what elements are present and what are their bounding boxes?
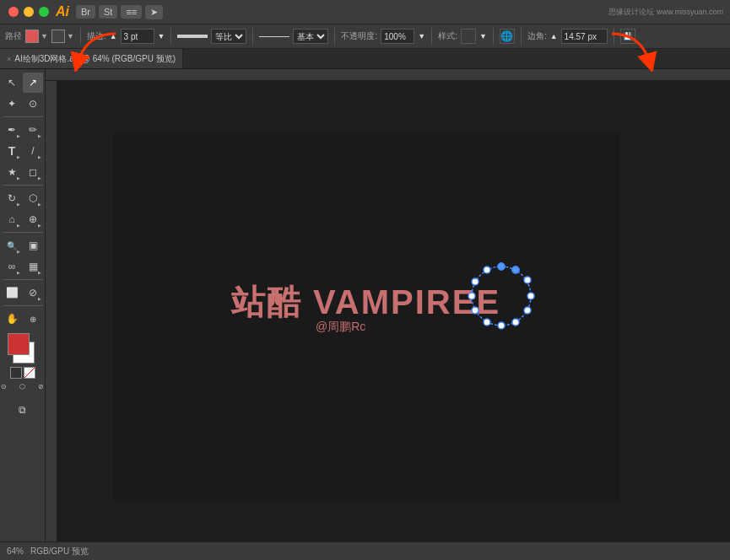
stroke-color-swatch[interactable] [25,30,39,43]
style-label: 样式: [438,30,457,42]
eyedropper-arrow: ▶ [17,249,20,254]
eyedropper-tool[interactable]: 🔍 ▶ [2,235,22,256]
svg-point-12 [484,267,490,273]
minimize-button[interactable] [24,7,34,17]
gradient-tool[interactable]: ▣ [23,235,43,256]
send-tab[interactable]: ➤ [145,5,163,19]
blend-icon: ∞ [8,261,16,272]
lasso-tool[interactable]: ⊙ [23,94,43,114]
zoom-icon: ⊕ [30,315,36,324]
separator-7 [521,28,522,45]
shape-builder-tool[interactable]: ⊕ ▶ [23,209,43,229]
mode-status: RGB/GPU 预览 [30,546,89,557]
warp-arrow: ▶ [17,223,20,228]
symbol-icon: ⧉ [19,404,26,416]
direct-selection-tool[interactable]: ↗ [23,73,43,93]
hand-row: ✋ ⊕ [2,309,43,329]
hand-icon: ✋ [6,313,19,325]
bar-graph-tool[interactable]: ▦ ▶ [23,256,43,277]
selection-tool-row: ↖ ↗ [2,73,43,93]
gradient-mode-btn[interactable]: ⬡ [14,380,31,392]
close-button[interactable] [8,7,19,17]
eraser-arrow: ▶ [38,175,41,180]
angle-label: 边角: [527,30,547,42]
canvas-area[interactable]: 站酷 VAMPIREE @周鹏Rc [46,81,730,560]
svg-point-8 [484,319,490,326]
line-tool[interactable]: / ▶ [23,141,43,161]
blend-tool[interactable]: ∞ ▶ [2,256,22,277]
magic-wand-tool[interactable]: ✦ [2,94,22,114]
slice-tool[interactable]: ⊘ ▶ [23,283,43,303]
angle-up-arrow[interactable]: ▲ [550,32,558,40]
globe-icon[interactable]: 🌐 [500,29,515,44]
line-style-select[interactable]: 等比 [211,29,246,44]
sub-text: @周鹏Rc [316,320,365,335]
scale-tool[interactable]: ⬡ ▶ [23,188,43,208]
st-tab[interactable]: St [99,5,117,19]
watermark-text: 思缘设计论坛 www.missyuan.com [608,8,723,16]
circle-svg [463,258,539,334]
stroke-color-mini[interactable] [10,367,22,379]
br-tab[interactable]: Br [76,5,95,19]
style-dropdown[interactable]: ▼ [479,32,487,40]
separator-4 [334,28,335,45]
zoom-tool[interactable]: ⊕ [23,309,43,329]
grid-tab[interactable]: ≡≡ [121,5,142,19]
hand-tool[interactable]: ✋ [2,309,22,329]
warp-tool[interactable]: ⌂ ▶ [2,209,22,229]
tool-divider-5 [3,305,43,306]
type-row: T ▶ / ▶ [2,141,43,161]
color-swatches: ⊙ ⬡ ⊘ [0,333,50,392]
rotate-tool[interactable]: ↻ ▶ [2,188,22,208]
baseline-select[interactable]: 基本 [293,29,328,44]
type-tool[interactable]: T ▶ [2,141,22,161]
stroke-down-arrow[interactable]: ▼ [158,32,165,40]
circle-dots-graphic[interactable] [463,258,539,334]
type-arrow: ▶ [17,154,20,159]
color-mode-btn[interactable]: ⊙ [0,380,13,392]
svg-point-7 [498,322,505,329]
transform-row: ↻ ▶ ⬡ ▶ [2,188,43,208]
none-color-mini[interactable] [24,367,35,379]
separator-5 [431,28,432,45]
arrow-1 [69,30,120,72]
vertical-ruler [46,81,57,560]
artboard-tool[interactable]: ⬜ [2,283,22,303]
fill-swatch[interactable] [51,30,65,43]
rotate-arrow: ▶ [17,202,20,207]
stroke-dropdown-arrow[interactable]: ▼ [41,32,48,40]
lasso-icon: ⊙ [29,98,37,110]
magic-lasso-row: ✦ ⊙ [2,94,43,114]
stroke-swatch[interactable]: ▼ [25,30,48,43]
path-label: 路径 [5,30,22,42]
star-tool[interactable]: ★ ▶ [2,162,22,182]
symbol-tool[interactable]: ⧉ [13,400,33,420]
style-preview[interactable] [461,29,476,44]
eraser-tool[interactable]: ◻ ▶ [23,162,43,182]
svg-point-4 [527,293,534,299]
color-swatch-stack [8,333,38,363]
symbol-tool-row: ⧉ [13,400,33,420]
tool-divider-1 [3,116,43,117]
slice-icon: ⊘ [29,287,37,299]
tab-close-button[interactable]: × [7,55,11,63]
maximize-button[interactable] [39,7,49,17]
stroke-value-input[interactable] [121,29,154,44]
pencil-tool[interactable]: ✏ ▶ [23,120,43,140]
artboard-container: 站酷 VAMPIREE @周鹏Rc [46,69,730,560]
eyedropper-row: 🔍 ▶ ▣ [2,235,43,256]
svg-point-14 [512,267,519,273]
line-segment-icon: / [31,145,34,157]
color-mode-row: ⊙ ⬡ ⊘ [0,380,50,392]
pen-tool[interactable]: ✒ ▶ [2,120,22,140]
opacity-input[interactable] [381,29,414,44]
shape-row: ★ ▶ ◻ ▶ [2,162,43,182]
selection-tool[interactable]: ↖ [2,73,22,93]
opacity-dropdown[interactable]: ▼ [418,32,425,40]
angle-input[interactable] [561,29,608,44]
artboard-icon: ⬜ [6,287,19,299]
eraser-icon: ◻ [29,166,37,178]
stroke-line-preview [177,35,208,38]
pencil-arrow: ▶ [38,133,41,138]
foreground-color-swatch[interactable] [8,333,30,355]
